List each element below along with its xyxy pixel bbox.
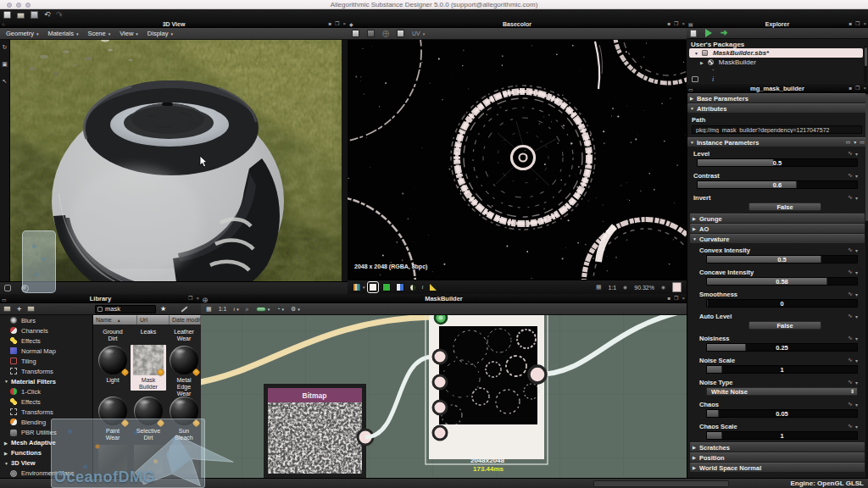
library-tree-item[interactable]: ▶Mesh Adaptive — [0, 438, 92, 448]
library-item[interactable]: Light — [95, 345, 131, 384]
param-caret-icon[interactable]: ▾ — [855, 424, 858, 430]
param-section-grunge[interactable]: ▶Grunge — [690, 214, 865, 223]
float-icon[interactable]: ❐ — [855, 86, 860, 92]
param-slider[interactable]: 1 — [706, 431, 858, 440]
param-caret-icon[interactable]: ▾ — [855, 313, 858, 319]
float-icon[interactable]: ❐ — [674, 296, 678, 302]
pin-icon[interactable]: ■ — [328, 21, 331, 27]
param-caret-icon[interactable]: ▾ — [855, 380, 858, 385]
panel-header-library[interactable]: ▭ Library ❐ × — [0, 294, 201, 303]
add-icon[interactable]: + — [17, 305, 21, 313]
2d-viewport[interactable] — [348, 40, 687, 280]
param-caret-icon[interactable]: ▾ — [855, 291, 858, 297]
path-value-field[interactable]: pkg://mg_mask_builder?dependency=1217047… — [692, 125, 862, 134]
3d-viewport[interactable] — [10, 40, 342, 281]
preset-save-icon[interactable]: ▭ — [846, 139, 851, 145]
param-caret-icon[interactable]: ▾ — [855, 195, 858, 201]
close-icon[interactable]: × — [342, 21, 346, 27]
section-attributes[interactable]: ▼ Attributes — [687, 103, 868, 113]
library-item-partial[interactable] — [95, 444, 131, 474]
panel-divider[interactable] — [342, 40, 348, 281]
pin-icon[interactable]: ■ — [849, 21, 852, 27]
timing-icon[interactable]: ◔ — [276, 306, 280, 312]
panel-header-graph[interactable]: ⨁ MaskBuilder ■ ❐ × — [201, 294, 687, 303]
function-icon[interactable]: ∿ — [848, 247, 853, 253]
library-item-partial[interactable] — [131, 444, 166, 474]
param-caret-icon[interactable]: ▾ — [855, 402, 858, 408]
edit-folder-icon[interactable] — [27, 306, 35, 312]
function-icon[interactable]: ∿ — [848, 313, 853, 319]
param-caret-icon[interactable]: ▾ — [855, 269, 858, 275]
function-icon[interactable]: ∿ — [848, 150, 853, 157]
channels-caret-icon[interactable]: ▾ — [363, 285, 365, 290]
library-item[interactable]: Leather Wear — [166, 327, 201, 342]
library-tree-item[interactable]: Environment Maps — [0, 469, 92, 478]
scrollbar-handle[interactable] — [865, 47, 867, 66]
publish-icon[interactable]: ➔ — [721, 29, 727, 37]
menu-display[interactable]: Display▾ — [147, 30, 173, 37]
library-item-partial[interactable] — [166, 444, 201, 474]
edit-filter-icon[interactable] — [181, 306, 188, 312]
info-icon[interactable]: i — [233, 306, 235, 313]
param-slider[interactable]: 1 — [706, 365, 858, 374]
link-icon[interactable] — [692, 76, 698, 82]
save-icon[interactable] — [31, 11, 38, 19]
param-caret-icon[interactable]: ▾ — [855, 247, 858, 253]
function-icon[interactable]: ∿ — [848, 172, 853, 179]
param-slider[interactable]: 0.58 — [706, 277, 858, 286]
param-slider[interactable]: 0.05 — [706, 409, 858, 418]
param-toggle-button[interactable]: False — [748, 202, 821, 211]
param-slider[interactable]: 0 — [706, 299, 858, 308]
expand-triangle-icon[interactable]: ▶ — [700, 60, 704, 65]
tiling-mode-icon[interactable] — [367, 30, 375, 37]
link-mode-icon[interactable] — [256, 307, 266, 312]
actual-size-button[interactable]: 1:1 — [219, 306, 227, 312]
close-icon[interactable]: × — [196, 296, 199, 302]
float-icon[interactable]: ❐ — [674, 21, 678, 27]
function-icon[interactable]: ∿ — [848, 291, 853, 297]
information-icon[interactable]: i — [422, 284, 424, 291]
link-caret-icon[interactable]: ▾ — [268, 307, 270, 312]
channel-swatch-green[interactable] — [382, 283, 391, 291]
param-caret-icon[interactable]: ▾ — [855, 358, 858, 363]
column-header-name[interactable]: Name▲ — [93, 315, 137, 324]
library-tree-item[interactable]: Blending — [0, 417, 92, 427]
library-tree-item[interactable]: ▶Functions — [0, 448, 92, 458]
channel-swatch-white[interactable] — [369, 283, 377, 291]
snap-grid-icon[interactable]: ▦ — [206, 306, 212, 313]
gamma-toggle-icon[interactable] — [409, 284, 417, 291]
settings-caret-icon[interactable]: ▾ — [298, 307, 300, 312]
play-icon[interactable] — [705, 29, 712, 37]
image-info-icon[interactable] — [397, 30, 404, 37]
library-item[interactable]: Leaks — [131, 327, 166, 336]
function-icon[interactable]: ∿ — [848, 379, 853, 385]
menu-view[interactable]: View▾ — [120, 30, 138, 37]
param-section-curvature[interactable]: ▼Curvature — [690, 234, 865, 243]
function-icon[interactable]: ∿ — [848, 401, 853, 408]
param-section-position[interactable]: ▶Position — [690, 452, 865, 462]
open-folder-icon[interactable] — [17, 13, 25, 19]
float-icon[interactable]: ❐ — [188, 296, 192, 302]
library-tree-item[interactable]: ▼3D View — [0, 458, 92, 469]
float-icon[interactable]: ❐ — [855, 21, 860, 27]
panel-header-properties[interactable]: ▭ mg_mask_builder ■ ❐ × — [687, 84, 868, 93]
library-tree-item[interactable]: Transforms — [0, 366, 92, 376]
zoom-icon[interactable]: ⌕ — [246, 306, 249, 313]
zoom-in-indicator[interactable] — [661, 286, 665, 290]
checker-background-icon[interactable] — [352, 30, 359, 37]
float-icon[interactable]: ❐ — [335, 21, 339, 27]
function-icon[interactable]: ∿ — [848, 194, 853, 201]
library-item[interactable]: Paint Wear — [95, 396, 131, 441]
library-item[interactable]: Selective Dirt — [131, 396, 166, 441]
new-document-icon[interactable] — [3, 11, 11, 19]
function-icon[interactable]: ∿ — [848, 423, 853, 430]
preset-caret-icon[interactable]: ▾ — [854, 139, 856, 145]
param-caret-icon[interactable]: ▾ — [855, 336, 858, 341]
param-slider[interactable]: 0.5 — [706, 255, 858, 263]
material-link-icon[interactable] — [21, 285, 29, 292]
refresh-icon[interactable]: ↻ — [3, 44, 8, 51]
function-icon[interactable]: ∿ — [848, 357, 853, 363]
library-tree-item[interactable]: Transforms — [0, 407, 92, 417]
transform-gizmo-icon[interactable]: ⨁ — [382, 30, 389, 37]
library-tree-item[interactable]: ▼Material Filters — [0, 376, 92, 386]
